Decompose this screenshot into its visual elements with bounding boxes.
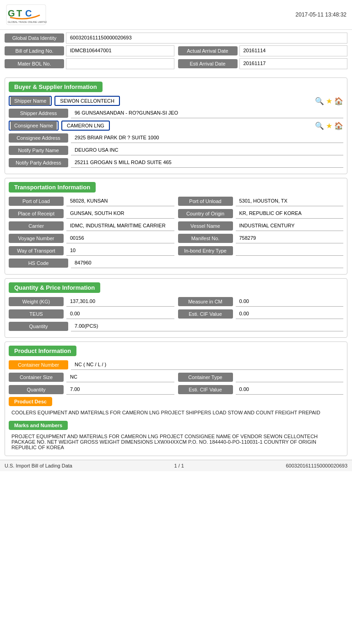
container-type-label: Container Type [178, 373, 233, 382]
bill-of-lading-pair: Bill of Lading No. IDMCB106447001 [5, 45, 174, 56]
product-desc-row: Product Desc COOLERS EQUIPMENT AND MATER… [9, 397, 343, 417]
teus-pair: TEUS 0.00 [9, 309, 174, 319]
hs-code-value: 847960 [71, 258, 343, 268]
container-size-type-row: Container Size NC Container Type [9, 372, 343, 382]
shipper-search-icon[interactable]: 🔍 [315, 97, 324, 105]
consignee-address-label: Consignee Address [9, 133, 68, 143]
port-of-load-label: Port of Load [9, 197, 64, 206]
container-size-label: Container Size [9, 373, 64, 382]
measure-in-cm-value: 0.00 [236, 297, 344, 307]
logo-image: G T C GLOBAL TRADE ONLINE LIMITED [5, 4, 47, 26]
shipper-star-icon[interactable]: ★ [326, 97, 332, 105]
product-section: Product Information Container Number NC … [5, 341, 347, 456]
container-number-row: Container Number NC ( NC / L / ) [9, 360, 343, 370]
actual-arrival-pair: Actual Arrival Date 20161114 [178, 45, 348, 56]
hs-code-label: HS Code [9, 259, 68, 268]
marks-and-numbers-text: PROJECT EQUIPMENT AND MATERIALS FOR CAME… [9, 432, 343, 452]
voyage-manifest-row: Voyage Number 00156 Manifest No. 758279 [9, 233, 343, 243]
transportation-title: Transportation Information [9, 182, 343, 196]
way-of-transport-value: 10 [66, 246, 174, 256]
shipper-name-value: SEWON CELLONTECH [56, 97, 118, 105]
country-of-origin-value: KR, REPUBLIC OF KOREA [236, 209, 344, 219]
consignee-search-icon[interactable]: 🔍 [315, 121, 324, 130]
shipper-home-icon[interactable]: 🏠 [334, 97, 343, 105]
port-of-unload-value: 5301, HOUSTON, TX [236, 196, 344, 206]
hs-code-row: HS Code 847960 [9, 258, 343, 268]
container-type-pair: Container Type [178, 372, 344, 382]
manifest-no-value: 758279 [236, 233, 344, 243]
esti-cif-value-label: Esti. CIF Value [178, 309, 233, 319]
consignee-address-value: 2925 BRIAR PARK DR ? SUITE 1000 [71, 133, 343, 143]
quantity-row: Quantity 7.00(PCS) [9, 321, 343, 331]
footer-right: 6003201611150000020693 [286, 463, 347, 468]
product-title: Product Information [9, 346, 343, 360]
place-country-row: Place of Receipt GUNSAN, SOUTH KOR Count… [9, 209, 343, 219]
quantity-value: 7.00(PCS) [71, 321, 343, 331]
global-data-identity-label: Global Data Identity [5, 33, 64, 43]
voyage-number-label: Voyage Number [9, 234, 64, 243]
shipper-name-label-box: Shipper Name [9, 96, 52, 106]
teus-label: TEUS [9, 309, 64, 319]
product-esti-cif-value: 0.00 [236, 385, 344, 395]
shipper-name-label: Shipper Name [11, 96, 50, 105]
master-bol-label: Mater BOL No. [5, 59, 64, 68]
consignee-star-icon[interactable]: ★ [326, 121, 332, 130]
carrier-vessel-row: Carrier IDMC, INDUSTRIAL MARITIME CARRIE… [9, 221, 343, 231]
consignee-icons: 🔍 ★ 🏠 [315, 121, 343, 130]
port-of-load-value: 58028, KUNSAN [66, 196, 174, 206]
port-load-unload-row: Port of Load 58028, KUNSAN Port of Unloa… [9, 196, 343, 206]
shipper-name-row: Shipper Name SEWON CELLONTECH 🔍 ★ 🏠 [9, 96, 343, 106]
footer: U.S. Import Bill of Lading Data 1 / 1 60… [0, 460, 352, 471]
actual-arrival-date-label: Actual Arrival Date [178, 46, 238, 55]
actual-arrival-date-value: 20161114 [239, 45, 348, 56]
transportation-section: Transportation Information Port of Load … [5, 178, 347, 275]
esti-arrival-date-label: Esti Arrival Date [178, 59, 238, 68]
container-type-value [236, 372, 344, 382]
shipper-address-row: Shipper Address 96 GUNSANSANDAN - RO?GUN… [9, 108, 343, 118]
master-bol-value [66, 58, 174, 69]
product-quantity-cif-row: Quantity 7.00 Esti. CIF Value 0.00 [9, 385, 343, 395]
shipper-name-value-box: SEWON CELLONTECH [54, 96, 120, 106]
measure-in-cm-pair: Measure in CM 0.00 [178, 297, 344, 307]
notify-party-name-value: DEUGRO USA INC [71, 145, 343, 155]
vessel-name-label: Vessel Name [178, 221, 233, 231]
consignee-name-label-box: Consignee Name [9, 121, 59, 131]
master-bol-esti-row: Mater BOL No. Esti Arrival Date 20161117 [5, 58, 347, 69]
inbond-entry-type-value [236, 246, 344, 256]
svg-text:G: G [8, 8, 15, 18]
voyage-number-pair: Voyage Number 00156 [9, 233, 174, 243]
notify-party-name-label: Notify Party Name [9, 146, 68, 155]
port-of-unload-label: Port of Unload [178, 197, 233, 206]
shipper-address-value: 96 GUNSANSANDAN - RO?GUNSAN-SI JEO [71, 108, 343, 118]
carrier-value: IDMC, INDUSTRIAL MARITIME CARRIER [66, 221, 174, 231]
country-of-origin-label: Country of Origin [178, 209, 233, 218]
product-desc-text: COOLERS EQUIPMENT AND MATERIALS FOR CAME… [9, 408, 343, 417]
carrier-pair: Carrier IDMC, INDUSTRIAL MARITIME CARRIE… [9, 221, 174, 231]
voyage-number-value: 00156 [66, 233, 174, 243]
header: G T C GLOBAL TRADE ONLINE LIMITED 2017-0… [0, 0, 352, 30]
quantity-label: Quantity [9, 322, 68, 331]
consignee-name-value-box: CAMERON LNG [61, 121, 110, 131]
weight-pair: Weight (KG) 137,301.00 [9, 297, 174, 307]
container-size-value: NC [66, 372, 174, 382]
consignee-name-value: CAMERON LNG [63, 122, 108, 129]
esti-cif-pair: Esti. CIF Value 0.00 [178, 309, 344, 319]
notify-party-address-value: 25211 GROGAN S MILL ROAD SUITE 465 [71, 158, 343, 168]
port-unload-pair: Port of Unload 5301, HOUSTON, TX [178, 196, 344, 206]
port-load-pair: Port of Load 58028, KUNSAN [9, 196, 174, 206]
esti-arrival-date-value: 20161117 [239, 58, 348, 69]
notify-party-name-row: Notify Party Name DEUGRO USA INC [9, 145, 343, 155]
marks-and-numbers-label: Marks and Numbers [9, 421, 68, 430]
teus-value: 0.00 [66, 309, 174, 319]
consignee-home-icon[interactable]: 🏠 [334, 121, 343, 130]
way-inbond-row: Way of Transport 10 In-bond Entry Type [9, 246, 343, 256]
manifest-no-pair: Manifest No. 758279 [178, 233, 344, 243]
product-esti-cif-label: Esti. CIF Value [178, 385, 233, 394]
master-bol-pair: Mater BOL No. [5, 58, 174, 69]
container-number-value: NC ( NC / L / ) [71, 360, 343, 370]
measure-in-cm-label: Measure in CM [178, 297, 233, 306]
esti-cif-value: 0.00 [236, 309, 344, 319]
svg-text:GLOBAL TRADE ONLINE LIMITED: GLOBAL TRADE ONLINE LIMITED [8, 21, 47, 23]
manifest-no-label: Manifest No. [178, 234, 233, 243]
place-of-receipt-value: GUNSAN, SOUTH KOR [66, 209, 174, 219]
